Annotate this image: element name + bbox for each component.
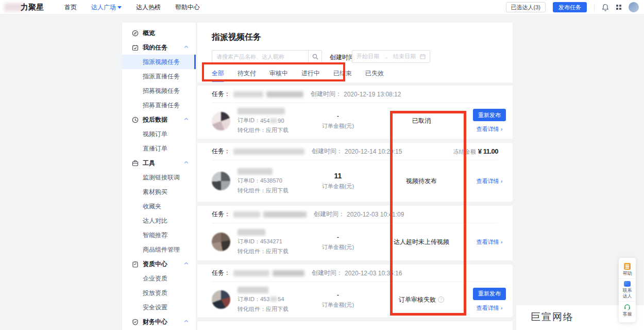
sidebar-item-finance-center[interactable]: 财务中心 xyxy=(122,315,196,329)
sidebar-item-smart-recommend[interactable]: 智能推荐 xyxy=(122,228,196,242)
chevron-up-icon xyxy=(184,45,189,48)
frozen-amount: 冻结金额¥ 11.00 xyxy=(453,147,498,156)
sidebar-item-assigned-video-tasks[interactable]: 指派视频任务 xyxy=(122,55,196,69)
tab-in-progress[interactable]: 进行中 xyxy=(301,69,320,82)
sidebar-item-talent-compare[interactable]: 达人对比 xyxy=(122,213,196,228)
censored-task-name xyxy=(233,211,260,218)
task-body: 订单ID：45490 转化组件：应用下载 - 订单金额(元) 已取消 重新发布 … xyxy=(197,103,513,139)
chevron-down-icon xyxy=(117,6,122,9)
task-body: 订单ID：4534271 转化组件：应用下载 - 订单金额(元) 达人超时未上传… xyxy=(197,223,513,260)
censored-task-name xyxy=(233,91,263,97)
tab-expired[interactable]: 已失效 xyxy=(365,69,384,82)
sidebar-item-video-orders[interactable]: 视频订单 xyxy=(122,127,196,141)
tab-pending-payment[interactable]: 待支付 xyxy=(238,69,256,82)
task-header: 任务： 创建时间： 2020-12-03 10:41:09 xyxy=(197,206,513,223)
bell-icon[interactable] xyxy=(602,4,609,11)
view-detail-link[interactable]: 查看详情 › xyxy=(477,177,503,185)
talent-avatar xyxy=(212,112,230,130)
sidebar-item-enterprise-qualification[interactable]: 企业资质 xyxy=(122,271,196,286)
float-customer-service-button[interactable]: 客服 xyxy=(619,301,636,319)
censored-task-name xyxy=(266,91,303,97)
nav-item-talent-market[interactable]: 达人广场 xyxy=(91,3,122,12)
next-task-card-partial xyxy=(197,321,513,330)
main-header-panel: 指派视频任务 创建时间 开始日期 → 结束日期 全部 待支付 审核中 进行中 已… xyxy=(197,23,513,82)
task-actions: 查看详情 › xyxy=(466,177,513,185)
tab-all[interactable]: 全部 xyxy=(212,69,224,82)
task-actions: 重新发布 查看详情 › xyxy=(466,288,513,312)
tab-reviewing[interactable]: 审核中 xyxy=(269,69,288,82)
help-book-icon xyxy=(624,263,631,270)
sidebar-item-product-component[interactable]: 商品组件管理 xyxy=(122,242,196,257)
view-detail-link[interactable]: 查看详情 › xyxy=(477,125,503,133)
status-badge: 达人超时未上传视频 xyxy=(377,238,466,246)
talent-avatar xyxy=(212,290,230,309)
watermark: 巨宣网络 xyxy=(531,310,574,324)
nav-item-help-center[interactable]: 帮助中心 xyxy=(175,3,200,12)
censored-task-name xyxy=(273,270,304,276)
apps-grid-icon[interactable] xyxy=(616,5,621,10)
status-badge: 订单审核失败 ? xyxy=(377,295,466,304)
nav-item-talent-ranking[interactable]: 达人热榜 xyxy=(136,3,161,12)
floating-toolbar: 帮助 联系达人 客服 xyxy=(619,258,636,322)
order-amount: - 订单金额(元) xyxy=(310,291,366,309)
republish-button[interactable]: 重新发布 xyxy=(473,288,506,300)
status-tabs: 全部 待支付 审核中 进行中 已结束 已失效 xyxy=(212,69,384,82)
chevron-up-icon xyxy=(184,161,189,164)
status-badge: 视频待发布 xyxy=(377,177,466,186)
sidebar-item-assigned-live-tasks[interactable]: 指派直播任务 xyxy=(122,69,196,84)
start-date-placeholder: 开始日期 xyxy=(357,53,379,60)
sidebar-item-qualification-center[interactable]: 资质中心 xyxy=(122,257,196,271)
republish-button[interactable]: 重新发布 xyxy=(473,109,506,121)
overview-icon xyxy=(131,29,139,37)
censored-task-name xyxy=(263,211,307,218)
sidebar-item-security-settings[interactable]: 安全设置 xyxy=(122,300,196,315)
toolbox-icon xyxy=(131,159,139,167)
search-button[interactable] xyxy=(308,50,322,63)
talent-info: 订单ID：4538570 转化组件：应用下载 xyxy=(212,168,310,194)
float-help-button[interactable]: 帮助 xyxy=(619,261,636,278)
sidebar-item-my-tasks[interactable]: 我的任务 xyxy=(122,40,196,55)
talent-info: 订单ID：45354 转化组件：应用下载 xyxy=(212,287,310,313)
sidebar-item-post-data[interactable]: 投后数据 xyxy=(122,112,196,127)
date-filter-label: 创建时间 xyxy=(330,53,354,62)
page-title: 指派视频任务 xyxy=(212,32,261,43)
censored-task-name xyxy=(233,148,304,155)
nav-item-home[interactable]: 首页 xyxy=(64,3,77,12)
sidebar-item-live-orders[interactable]: 直播订单 xyxy=(122,141,196,156)
task-body: 订单ID：45354 转化组件：应用下载 - 订单金额(元) 订单审核失败 ? … xyxy=(197,282,513,317)
chevron-up-icon xyxy=(184,262,189,265)
sidebar-item-overview[interactable]: 概览 xyxy=(122,26,196,40)
sidebar-item-recruit-video-tasks[interactable]: 招募视频任务 xyxy=(122,84,196,98)
sidebar-item-favorites[interactable]: 收藏夹 xyxy=(122,199,196,213)
divider xyxy=(594,4,595,11)
talent-avatar xyxy=(212,172,230,190)
task-header: 任务： 创建时间： 2020-12-14 10:29:15 冻结金额¥ 11.0… xyxy=(197,143,513,160)
sidebar-item-tools[interactable]: 工具 xyxy=(122,156,196,170)
task-actions: 重新发布 查看详情 › xyxy=(466,109,513,133)
top-nav: 力聚星 首页 达人广场 达人热榜 帮助中心 已选达人(3) 发布任务 xyxy=(0,0,644,14)
sidebar-item-link-monitor[interactable]: 监测链接联调 xyxy=(122,170,196,185)
search-icon xyxy=(312,54,318,60)
censored-talent-name xyxy=(238,108,285,114)
sidebar-item-ad-qualification[interactable]: 投放资质 xyxy=(122,286,196,300)
help-icon[interactable]: ? xyxy=(438,296,444,303)
talent-info: 订单ID：45490 转化组件：应用下载 xyxy=(212,108,310,134)
chat-icon xyxy=(624,281,631,287)
user-avatar[interactable] xyxy=(629,2,639,12)
view-detail-link[interactable]: 查看详情 › xyxy=(477,304,503,312)
shield-icon xyxy=(131,318,139,325)
float-contact-talent-button[interactable]: 联系达人 xyxy=(619,278,636,301)
selected-talents-button[interactable]: 已选达人(3) xyxy=(506,2,546,12)
tab-ended[interactable]: 已结束 xyxy=(333,69,352,82)
view-detail-link[interactable]: 查看详情 › xyxy=(477,238,503,246)
clipboard-icon xyxy=(131,260,139,268)
censored-digits xyxy=(270,118,277,123)
publish-task-button[interactable]: 发布任务 xyxy=(553,2,587,12)
date-range-input[interactable]: 开始日期 → 结束日期 xyxy=(352,50,430,63)
sidebar-item-recruit-live-tasks[interactable]: 招募直播任务 xyxy=(122,98,196,112)
search-input[interactable] xyxy=(212,50,308,63)
sidebar-item-material-purchase[interactable]: 素材购买 xyxy=(122,185,196,199)
clock-icon xyxy=(131,116,139,123)
talent-info: 订单ID：4534271 转化组件：应用下载 xyxy=(212,229,310,255)
status-badge: 已取消 xyxy=(377,117,466,125)
